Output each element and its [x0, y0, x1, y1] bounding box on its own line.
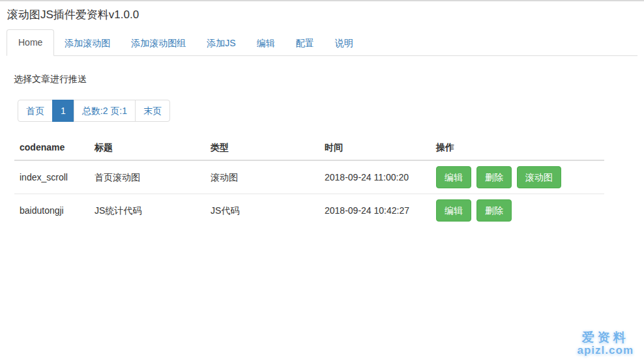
- table-row: index_scroll 首页滚动图 滚动图 2018-09-24 11:00:…: [14, 160, 604, 194]
- column-header-type: 类型: [205, 135, 319, 160]
- tab-add-scroll-image-group[interactable]: 添加滚动图组: [121, 31, 196, 56]
- cell-type: 滚动图: [205, 160, 319, 194]
- tab-add-scroll-image-label[interactable]: 添加滚动图: [54, 31, 121, 56]
- pagination-last-label[interactable]: 末页: [135, 100, 170, 122]
- pagination-summary-label: 总数:2 页:1: [74, 100, 136, 122]
- pagination-summary: 总数:2 页:1: [74, 100, 136, 122]
- site-logo-text: 爱资料: [578, 330, 634, 344]
- page-container: 滚动图JS插件爱资料v1.0.0 Home 添加滚动图 添加滚动图组 添加JS …: [0, 8, 644, 227]
- tab-add-scroll-image[interactable]: 添加滚动图: [54, 31, 121, 56]
- cell-actions: 编辑 删除 滚动图: [431, 160, 604, 194]
- tab-help-label[interactable]: 说明: [325, 31, 364, 56]
- cell-time: 2018-09-24 10:42:27: [319, 194, 431, 227]
- site-logo: 爱资料 apizl.com: [578, 330, 634, 356]
- tab-config-label[interactable]: 配置: [285, 31, 325, 56]
- tab-edit[interactable]: 编辑: [246, 31, 285, 56]
- tab-home[interactable]: Home: [7, 29, 54, 56]
- tab-add-scroll-image-group-label[interactable]: 添加滚动图组: [121, 31, 196, 56]
- site-logo-domain: apizl.com: [578, 344, 634, 356]
- pagination-page-1-label[interactable]: 1: [52, 100, 74, 122]
- scroll-image-button[interactable]: 滚动图: [517, 166, 561, 188]
- cell-title: 首页滚动图: [89, 160, 205, 194]
- cell-codename: index_scroll: [14, 160, 89, 194]
- cell-codename: baidutongji: [14, 194, 89, 227]
- pagination: 首页 1 总数:2 页:1 末页: [18, 100, 170, 122]
- pagination-first-label[interactable]: 首页: [18, 100, 53, 122]
- articles-table: codename 标题 类型 时间 操作 index_scroll 首页滚动图 …: [14, 135, 604, 227]
- tab-help[interactable]: 说明: [325, 31, 364, 56]
- column-header-title: 标题: [89, 135, 205, 160]
- delete-button[interactable]: 删除: [476, 199, 512, 222]
- pagination-first[interactable]: 首页: [18, 100, 53, 122]
- table-header-row: codename 标题 类型 时间 操作: [14, 135, 604, 160]
- cell-time: 2018-09-24 11:00:20: [319, 160, 431, 194]
- tab-add-js[interactable]: 添加JS: [196, 31, 246, 56]
- edit-button[interactable]: 编辑: [436, 199, 471, 222]
- pagination-last[interactable]: 末页: [136, 100, 170, 122]
- delete-button[interactable]: 删除: [476, 166, 512, 188]
- column-header-codename: codename: [14, 135, 89, 160]
- prompt-text: 选择文章进行推送: [14, 72, 637, 85]
- tab-edit-label[interactable]: 编辑: [246, 31, 285, 56]
- tab-home-label[interactable]: Home: [7, 29, 54, 56]
- page-title: 滚动图JS插件爱资料v1.0.0: [7, 8, 637, 22]
- table-row: baidutongji JS统计代码 JS代码 2018-09-24 10:42…: [14, 194, 604, 227]
- column-header-actions: 操作: [431, 135, 604, 160]
- pagination-page-1[interactable]: 1: [53, 100, 74, 122]
- cell-title: JS统计代码: [89, 194, 205, 227]
- tab-bar: Home 添加滚动图 添加滚动图组 添加JS 编辑 配置 说明: [7, 29, 637, 56]
- edit-button[interactable]: 编辑: [436, 166, 471, 188]
- column-header-time: 时间: [319, 135, 431, 160]
- cell-type: JS代码: [205, 194, 319, 227]
- tab-add-js-label[interactable]: 添加JS: [196, 31, 246, 56]
- tab-config[interactable]: 配置: [285, 31, 325, 56]
- cell-actions: 编辑 删除: [431, 194, 604, 227]
